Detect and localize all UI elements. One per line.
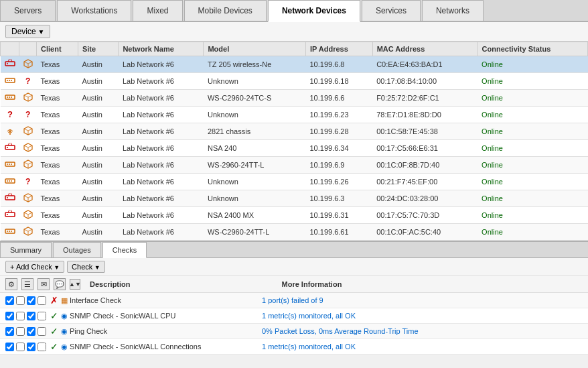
row-network: Lab Network #6 xyxy=(119,224,204,241)
table-row[interactable]: ? ? Texas Austin Lab Network #6 Unknown … xyxy=(1,107,588,123)
col-icon2 xyxy=(19,42,37,56)
row-status: Online xyxy=(477,140,587,157)
col-model[interactable]: Model xyxy=(204,42,306,56)
row-status: Online xyxy=(477,56,587,73)
svg-text:?: ? xyxy=(25,76,30,85)
tab-network-devices[interactable]: Network Devices xyxy=(268,0,360,22)
svg-line-54 xyxy=(24,196,28,198)
col-site[interactable]: Site xyxy=(78,42,119,56)
tab-mixed[interactable]: Mixed xyxy=(133,0,182,21)
check-cb2[interactable] xyxy=(16,312,25,320)
tab-mobile-devices[interactable]: Mobile Devices xyxy=(184,0,267,21)
svg-point-37 xyxy=(7,164,8,165)
check-cb4[interactable] xyxy=(38,327,46,336)
svg-line-71 xyxy=(28,229,32,231)
row-network: Lab Network #6 xyxy=(119,190,204,207)
check-cb3[interactable] xyxy=(27,327,35,336)
row-icon1 xyxy=(1,140,19,157)
row-network: Lab Network #6 xyxy=(119,140,204,157)
tab-workstations[interactable]: Workstations xyxy=(57,0,131,21)
svg-text:?: ? xyxy=(25,177,30,186)
table-header-row: Client Site Network Name Model IP Addres… xyxy=(1,42,588,56)
check-button[interactable]: Check xyxy=(67,261,105,273)
icon-sq-4[interactable]: 💬 xyxy=(54,278,66,290)
row-mac: 00:17:C5:66:E6:31 xyxy=(372,140,477,157)
row-network: Lab Network #6 xyxy=(119,73,204,90)
check-more-info[interactable]: 1 metric(s) monitored, all OK xyxy=(262,343,356,351)
svg-line-42 xyxy=(28,162,32,164)
col-client[interactable]: Client xyxy=(37,42,78,56)
col-network-name[interactable]: Network Name xyxy=(119,42,204,56)
check-cb4[interactable] xyxy=(38,343,46,351)
tab-checks[interactable]: Checks xyxy=(102,242,147,258)
icon-sq-2[interactable]: ☰ xyxy=(21,278,33,290)
table-row[interactable]: ? Texas Austin Lab Network #6 Unknown 10… xyxy=(1,73,588,90)
row-status: Online xyxy=(477,123,587,140)
check-desc-icon: ▦ xyxy=(61,296,68,305)
svg-point-15 xyxy=(9,97,10,98)
table-row[interactable]: Texas Austin Lab Network #6 Unknown 10.1… xyxy=(1,190,588,207)
tab-summary[interactable]: Summary xyxy=(0,242,52,257)
device-menu-button[interactable]: Device xyxy=(5,25,50,38)
svg-point-66 xyxy=(7,231,8,232)
check-more-info[interactable]: 0% Packet Loss, 0ms Average Round-Trip T… xyxy=(262,327,419,335)
row-model: Unknown xyxy=(204,174,306,190)
row-ip: 10.199.6.28 xyxy=(306,123,373,140)
check-cb1[interactable] xyxy=(5,327,14,336)
table-row[interactable]: Texas Austin Lab Network #6 TZ 205 wirel… xyxy=(1,56,588,73)
row-icon1 xyxy=(1,90,19,107)
svg-point-9 xyxy=(7,80,8,81)
svg-line-6 xyxy=(28,62,32,64)
check-cb4[interactable] xyxy=(38,296,46,305)
col-mac[interactable]: MAC Address xyxy=(372,42,477,56)
col-connectivity[interactable]: Connectivity Status xyxy=(477,42,587,56)
table-row[interactable]: Texas Austin Lab Network #6 WS-C2960-24T… xyxy=(1,224,588,241)
row-ip: 10.199.6.3 xyxy=(306,190,373,207)
add-check-button[interactable]: + Add Check xyxy=(5,261,64,273)
table-row[interactable]: ? Texas Austin Lab Network #6 Unknown 10… xyxy=(1,174,588,190)
row-icon1 xyxy=(1,123,19,140)
sort-button[interactable]: ▲▼ xyxy=(70,279,80,290)
table-row[interactable]: Texas Austin Lab Network #6 WS-2960-24TT… xyxy=(1,157,588,174)
tab-outages[interactable]: Outages xyxy=(53,242,101,257)
table-row[interactable]: Texas Austin Lab Network #6 WS-C2960-24T… xyxy=(1,90,588,107)
check-cb3[interactable] xyxy=(27,296,35,305)
check-cb3[interactable] xyxy=(27,312,35,320)
row-client: Texas xyxy=(37,140,78,157)
row-status: Online xyxy=(477,107,587,123)
row-site: Austin xyxy=(78,123,119,140)
bottom-tabs: Summary Outages Checks xyxy=(0,242,588,258)
check-cb1[interactable] xyxy=(5,312,14,320)
icon-sq-1[interactable]: ⚙ xyxy=(5,278,17,290)
icon-sq-3[interactable]: ✉ xyxy=(38,278,50,290)
col-ip[interactable]: IP Address xyxy=(306,42,373,56)
check-cb1[interactable] xyxy=(5,296,14,305)
row-status: Online xyxy=(477,157,587,174)
table-row[interactable]: Texas Austin Lab Network #6 NSA 240 10.1… xyxy=(1,140,588,157)
check-cb2[interactable] xyxy=(16,343,25,351)
check-cb2[interactable] xyxy=(16,296,25,305)
row-client: Texas xyxy=(37,157,78,174)
tab-networks[interactable]: Networks xyxy=(422,0,484,21)
row-icon2 xyxy=(19,207,37,224)
svg-text:?: ? xyxy=(7,109,13,119)
check-cb2[interactable] xyxy=(16,327,25,336)
row-mac: 00:24:DC:03:28:00 xyxy=(372,190,477,207)
row-status: Online xyxy=(477,190,587,207)
check-more-info[interactable]: 1 port(s) failed of 9 xyxy=(262,296,323,304)
check-status-fail-icon: ✗ xyxy=(50,295,58,306)
row-client: Texas xyxy=(37,174,78,190)
svg-point-10 xyxy=(9,80,10,81)
svg-point-38 xyxy=(9,164,10,165)
table-row[interactable]: Texas Austin Lab Network #6 2821 chassis… xyxy=(1,123,588,140)
row-icon2 xyxy=(19,190,37,207)
table-row[interactable]: Texas Austin Lab Network #6 NSA 2400 MX … xyxy=(1,207,588,224)
tab-servers[interactable]: Servers xyxy=(0,0,56,21)
check-cb1[interactable] xyxy=(5,343,14,351)
svg-line-26 xyxy=(28,129,32,131)
check-cb3[interactable] xyxy=(27,343,35,351)
svg-line-5 xyxy=(24,62,28,64)
check-cb4[interactable] xyxy=(38,312,46,320)
check-more-info[interactable]: 1 metric(s) monitored, all OK xyxy=(262,312,356,320)
tab-services[interactable]: Services xyxy=(362,0,421,21)
